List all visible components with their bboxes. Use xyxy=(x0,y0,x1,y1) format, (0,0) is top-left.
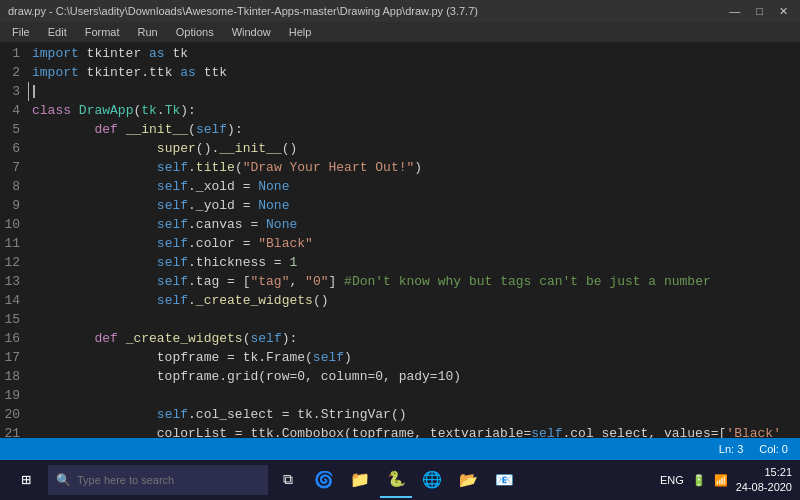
line-number: 18 xyxy=(4,367,20,386)
taskview-icon[interactable]: ⧉ xyxy=(272,462,304,498)
code-line: super().__init__() xyxy=(28,139,800,158)
line-number: 4 xyxy=(4,101,20,120)
menu-edit[interactable]: Edit xyxy=(40,24,75,40)
search-input[interactable] xyxy=(77,474,257,486)
minimize-button[interactable]: — xyxy=(725,5,744,18)
taskbar: ⊞ 🔍 ⧉ 🌀 📁 🐍 🌐 📂 📧 ENG 🔋 📶 15:21 24-08-20… xyxy=(0,460,800,500)
code-line: topframe = tk.Frame(self) xyxy=(28,348,800,367)
code-line: import tkinter as tk xyxy=(28,44,800,63)
line-number: 1 xyxy=(4,44,20,63)
window-title: draw.py - C:\Users\adity\Downloads\Aweso… xyxy=(8,5,478,17)
line-number: 11 xyxy=(4,234,20,253)
col-number-status: Col: 0 xyxy=(759,443,788,455)
menu-format[interactable]: Format xyxy=(77,24,128,40)
menu-bar: File Edit Format Run Options Window Help xyxy=(0,22,800,42)
code-line: self.col_select = tk.StringVar() xyxy=(28,405,800,424)
code-line: def __init__(self): xyxy=(28,120,800,139)
code-line: self._yold = None xyxy=(28,196,800,215)
line-number: 12 xyxy=(4,253,20,272)
taskbar-left: ⊞ 🔍 ⧉ 🌀 📁 🐍 🌐 📂 📧 xyxy=(8,462,520,498)
code-line: import tkinter.ttk as ttk xyxy=(28,63,800,82)
line-number: 19 xyxy=(4,386,20,405)
line-number: 2 xyxy=(4,63,20,82)
edge-icon[interactable]: 🌀 xyxy=(308,462,340,498)
maximize-button[interactable]: □ xyxy=(752,5,767,18)
taskbar-right: ENG 🔋 📶 15:21 24-08-2020 xyxy=(660,465,792,496)
menu-file[interactable]: File xyxy=(4,24,38,40)
wifi-icon: 📶 xyxy=(714,474,728,487)
mail-icon[interactable]: 📧 xyxy=(488,462,520,498)
line-number: 7 xyxy=(4,158,20,177)
line-number: 6 xyxy=(4,139,20,158)
code-line: self._xold = None xyxy=(28,177,800,196)
status-bar: Ln: 3 Col: 0 xyxy=(0,438,800,460)
code-line xyxy=(28,310,800,329)
window-controls: — □ ✕ xyxy=(725,5,792,18)
menu-run[interactable]: Run xyxy=(130,24,166,40)
menu-options[interactable]: Options xyxy=(168,24,222,40)
date: 24-08-2020 xyxy=(736,480,792,495)
code-line: def _create_widgets(self): xyxy=(28,329,800,348)
clock: 15:21 24-08-2020 xyxy=(736,465,792,496)
line-number: 14 xyxy=(4,291,20,310)
line-number: 8 xyxy=(4,177,20,196)
line-number-status: Ln: 3 xyxy=(719,443,743,455)
line-number: 5 xyxy=(4,120,20,139)
close-button[interactable]: ✕ xyxy=(775,5,792,18)
code-line: self._create_widgets() xyxy=(28,291,800,310)
windows-icon: ⊞ xyxy=(21,470,31,490)
code-line: self.title("Draw Your Heart Out!") xyxy=(28,158,800,177)
files-icon[interactable]: 📂 xyxy=(452,462,484,498)
time: 15:21 xyxy=(736,465,792,480)
menu-window[interactable]: Window xyxy=(224,24,279,40)
chrome-icon[interactable]: 🌐 xyxy=(416,462,448,498)
menu-help[interactable]: Help xyxy=(281,24,320,40)
code-line xyxy=(28,82,800,101)
code-line xyxy=(28,386,800,405)
line-number: 17 xyxy=(4,348,20,367)
code-editor[interactable]: 1234567891011121314151617181920212223242… xyxy=(0,42,800,438)
line-number: 10 xyxy=(4,215,20,234)
code-line: class DrawApp(tk.Tk): xyxy=(28,101,800,120)
lang-indicator: ENG xyxy=(660,474,684,486)
line-numbers: 1234567891011121314151617181920212223242… xyxy=(0,42,28,438)
code-line: colorList = ttk.Combobox(topframe, textv… xyxy=(28,424,800,438)
line-number: 16 xyxy=(4,329,20,348)
explorer-icon[interactable]: 📁 xyxy=(344,462,376,498)
battery-icon: 🔋 xyxy=(692,474,706,487)
line-number: 15 xyxy=(4,310,20,329)
code-line: self.thickness = 1 xyxy=(28,253,800,272)
search-icon: 🔍 xyxy=(56,473,71,488)
title-bar: draw.py - C:\Users\adity\Downloads\Aweso… xyxy=(0,0,800,22)
line-number: 13 xyxy=(4,272,20,291)
start-button[interactable]: ⊞ xyxy=(8,462,44,498)
code-content[interactable]: import tkinter as tkimport tkinter.ttk a… xyxy=(28,42,800,438)
line-number: 3 xyxy=(4,82,20,101)
code-line: self.color = "Black" xyxy=(28,234,800,253)
line-number: 9 xyxy=(4,196,20,215)
python-icon[interactable]: 🐍 xyxy=(380,462,412,498)
status-right: Ln: 3 Col: 0 xyxy=(719,443,788,455)
code-line: topframe.grid(row=0, column=0, pady=10) xyxy=(28,367,800,386)
code-line: self.canvas = None xyxy=(28,215,800,234)
line-number: 20 xyxy=(4,405,20,424)
line-number: 21 xyxy=(4,424,20,438)
search-box[interactable]: 🔍 xyxy=(48,465,268,495)
code-line: self.tag = ["tag", "0"] #Don't know why … xyxy=(28,272,800,291)
